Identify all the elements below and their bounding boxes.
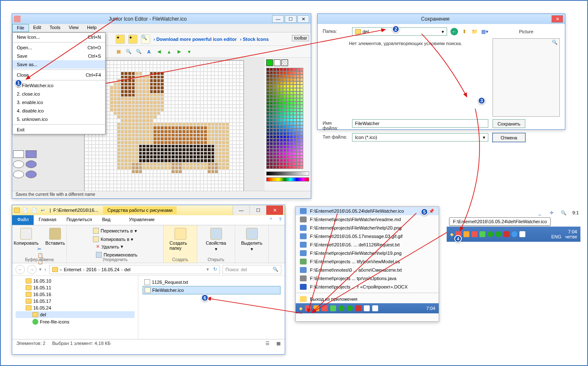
cancel-button[interactable]: Отмена [493, 133, 525, 142]
tab-share[interactable]: Поделиться [61, 215, 97, 225]
tray-icon[interactable] [347, 305, 353, 311]
stock-icons-link[interactable]: › Stock Icons [240, 37, 268, 42]
search-input[interactable]: Поиск: del 🔍 [222, 265, 281, 274]
jump-item[interactable]: F:\Enternet\projects\FileWatcher\help\20… [296, 224, 439, 232]
views-icon[interactable]: ▦▾ [481, 28, 488, 35]
maximize-button[interactable]: ☐ [285, 15, 297, 23]
toolbar-icon-2[interactable]: ✦ [128, 35, 138, 44]
brightness-slider[interactable] [266, 171, 309, 176]
zoom-in-icon[interactable]: 🔍 [135, 48, 143, 56]
tray-icon[interactable] [511, 231, 517, 237]
new-folder-button[interactable]: Создать папку [167, 227, 193, 251]
file-item[interactable]: 1126_Request.txt [143, 278, 281, 286]
menu-file[interactable]: File [12, 24, 29, 32]
menu-open[interactable]: Open...Ctrl+O [13, 43, 105, 52]
explorer-close-button[interactable]: ✕ [266, 206, 283, 215]
delete-button[interactable]: ✕Удалить ▾ [94, 243, 139, 250]
tray-icon[interactable] [355, 305, 361, 311]
jump-item[interactable]: F:\Enternet\2016\16.05.24\del\FileWatche… [296, 207, 439, 215]
menu-help[interactable]: Help [83, 24, 101, 32]
cut-icon[interactable]: ✂ [37, 246, 43, 252]
tray-icon[interactable] [372, 305, 378, 311]
jump-item[interactable]: F:\Enternet\projects ... т «Стройпроект»… [296, 283, 439, 291]
tray-icon[interactable] [471, 231, 477, 237]
tree-item[interactable]: 16.05.16 [16, 291, 135, 298]
well-rect-color[interactable] [26, 150, 37, 158]
preview-zoom-icon[interactable]: 🔍 [552, 40, 558, 45]
tray-icon[interactable] [487, 231, 493, 237]
save-close-button[interactable]: ✕ [551, 15, 563, 23]
grid-icon[interactable]: ▦ [115, 48, 122, 56]
tree-item-selected[interactable]: del [16, 311, 135, 318]
tree-item[interactable]: 16.05.17 [16, 298, 135, 305]
text-icon[interactable]: A [145, 48, 153, 56]
tab-manage[interactable]: Управление [124, 215, 160, 225]
arrow-up-icon[interactable]: ▲ [165, 48, 173, 56]
copy-button[interactable]: Копировать [11, 227, 41, 246]
well-oval-white[interactable] [13, 160, 24, 168]
properties-button[interactable]: Свойства▾ [203, 227, 228, 253]
explorer-minimize-button[interactable]: — [233, 206, 249, 215]
nav-up-button[interactable]: ↑ [44, 267, 47, 272]
select-button[interactable]: Выделить▾ [238, 227, 265, 253]
view-icons-icon[interactable]: ▦ [276, 341, 281, 347]
menu-new-icon[interactable]: New Icon...Ctrl+N [13, 33, 105, 41]
menu-recent-5[interactable]: 5. unknown.ico [13, 115, 105, 123]
palette-grid[interactable] [266, 68, 309, 169]
tab-home[interactable]: Главная [34, 215, 61, 225]
tree-item[interactable]: Free-file-icons [16, 318, 135, 326]
transparent-color[interactable] [281, 59, 288, 66]
menu-tools[interactable]: Tools [45, 24, 65, 32]
menu-edit[interactable]: Edit [29, 24, 45, 32]
zoom-icon[interactable]: 🔍 [561, 210, 567, 216]
tree-item[interactable]: 16.05.24 [16, 305, 135, 311]
folder-dropdown[interactable]: del ▾ [352, 27, 447, 36]
minimize-button[interactable]: — [272, 15, 284, 23]
save-button[interactable]: Сохранить [493, 119, 525, 128]
arrow-left-icon[interactable]: ◀ [155, 48, 163, 56]
hue-slider[interactable] [266, 177, 309, 182]
menu-recent-1[interactable]: 1. FileWatcher.ico [13, 81, 105, 90]
download-link[interactable]: › Download more powerful icon editor [154, 37, 236, 42]
tray-icon[interactable] [464, 231, 469, 237]
tray-icon[interactable] [313, 305, 319, 311]
jump-item[interactable]: F:\Enternet\2016\16. ... del\1126Request… [296, 240, 439, 249]
jump-item[interactable]: F:\Enternet\2016\16.05.17\message.03.gif… [296, 232, 439, 240]
close-button[interactable]: ✕ [297, 15, 309, 23]
move-to-button[interactable]: Переместить в ▾ [91, 227, 138, 235]
menu-view[interactable]: View [64, 24, 83, 32]
jump-item[interactable]: F:\Enternet\projects ... tifyIconViewMod… [296, 257, 439, 266]
jump-item[interactable]: F:\Enternet\projects\FileWatcher\help\19… [296, 249, 439, 257]
toolbar-icon-1[interactable]: ✦ [116, 35, 125, 44]
back-icon[interactable]: ← [450, 28, 458, 35]
zoom-out-icon[interactable]: 🔍 [125, 48, 132, 56]
menu-recent-2[interactable]: 2. close.ico [13, 90, 105, 98]
jump-item[interactable]: F:\Enternet\projects\FileWatcher\readme.… [296, 215, 439, 224]
filename-input[interactable]: FileWatcher [352, 119, 488, 128]
crosshair-icon[interactable]: ✛ [549, 210, 555, 216]
new-folder-icon[interactable]: 📁 [471, 28, 478, 35]
nav-forward-button[interactable]: → [27, 265, 37, 274]
copy-to-button[interactable]: Копировать в ▾ [91, 235, 138, 243]
tray-icon[interactable] [495, 231, 501, 237]
tree-item[interactable]: 16.05.10 [16, 278, 135, 284]
tray-icon[interactable] [339, 305, 344, 311]
tray-icon[interactable] [364, 305, 370, 311]
jump-item[interactable]: F:\Enternet\nnotes\0 ... аботе\Сменасети… [296, 266, 439, 274]
view-details-icon[interactable]: ☰ [265, 341, 270, 347]
bg-color[interactable] [274, 59, 281, 66]
jump-item[interactable]: F:\Enternet\projects ... tpr\nsi\Options… [296, 274, 439, 283]
tray-icon[interactable] [330, 305, 336, 311]
breadcrumb[interactable]: « Enternet› 2016› 16.05.24› del ▾ ↻ [49, 265, 220, 274]
ribbon-collapse-icon[interactable]: ^ [267, 215, 275, 225]
tray-icon[interactable] [479, 231, 485, 237]
tab-file[interactable]: Файл [12, 215, 34, 225]
menu-save[interactable]: SaveCtrl+S [13, 52, 105, 60]
pin-icon[interactable]: 📌 [429, 208, 434, 214]
menu-exit[interactable]: Exit [13, 126, 105, 134]
tray-icon[interactable] [503, 231, 509, 237]
help-icon[interactable]: ? [275, 215, 285, 225]
tray-icon[interactable] [322, 305, 328, 311]
zoom-icon[interactable]: 🔍 [141, 35, 150, 44]
arrow-right-icon[interactable]: ▶ [175, 48, 183, 56]
